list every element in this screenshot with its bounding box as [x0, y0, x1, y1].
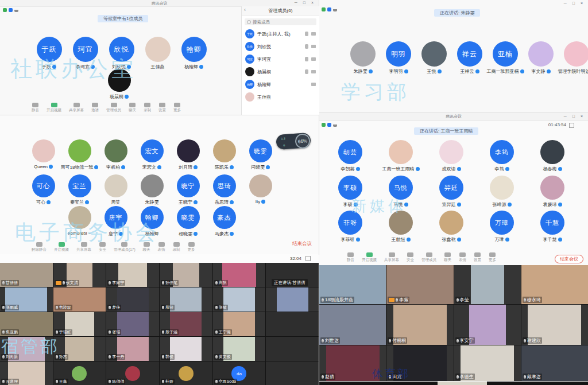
participant-name: 可心	[36, 199, 45, 205]
member-camera-icon[interactable]	[311, 57, 316, 61]
toolbar-button[interactable]: 共享屏幕	[69, 103, 84, 113]
member-row[interactable]: 翰卿 杨翰卿	[242, 78, 319, 91]
fullscreen-icon[interactable]	[569, 123, 574, 128]
participant-name: 王航恒	[392, 236, 405, 243]
toolbar-icon	[121, 242, 127, 247]
toolbar-button[interactable]: 静音	[32, 103, 39, 113]
member-row[interactable]: 于跃 于跃(主持人, 我)	[242, 28, 319, 40]
member-row[interactable]: 珂宜 李珂宜	[242, 53, 319, 65]
member-row[interactable]: 王佳燕	[242, 91, 319, 103]
status-icons	[322, 123, 337, 127]
video-tile: 孙杰	[53, 337, 106, 361]
toolbar-button[interactable]: 静音	[347, 252, 354, 263]
toolbar-button[interactable]: 管理成员(17)	[114, 242, 136, 252]
tray-icon[interactable]	[273, 248, 278, 253]
participant: 宏文 宋宏文	[134, 139, 170, 170]
video-tile	[266, 361, 319, 385]
tray-icon[interactable]	[299, 248, 303, 253]
shield-icon	[327, 123, 331, 127]
toolbar-button[interactable]: 聊天	[444, 252, 451, 263]
mic-icon	[524, 339, 526, 343]
toolbar-button[interactable]: 解除静音	[32, 242, 47, 252]
partial-video-tile	[438, 382, 487, 385]
member-mic-icon[interactable]	[305, 44, 308, 49]
window-controls[interactable]: ─ □ ×	[564, 1, 585, 5]
tray-icon[interactable]	[305, 248, 310, 253]
ecommerce-toolbar: 解除静音 开启视频 共享屏幕 安全 管理成员(17) 聊天	[32, 242, 195, 252]
toolbar-button[interactable]: 开启视频	[47, 103, 61, 113]
tray-icon[interactable]	[254, 248, 259, 253]
end-meeting-button[interactable]: 结束会议	[292, 240, 312, 247]
participant-name: 张峰源	[493, 201, 506, 208]
member-camera-icon[interactable]	[311, 70, 316, 73]
video-tile: 张鹏威	[0, 287, 53, 312]
toolbar-button[interactable]: 更多	[173, 103, 181, 113]
toolbar-icon	[81, 242, 87, 247]
participant: 宝兰 秦宝兰	[61, 174, 98, 205]
back-arrow-icon[interactable]: ‹	[244, 7, 246, 13]
toolbar-button[interactable]: 安全	[99, 242, 106, 252]
search-input[interactable]	[253, 20, 314, 25]
toolbar-button[interactable]: 聊天	[129, 103, 136, 113]
toolbar-button[interactable]: 录制	[173, 242, 180, 252]
member-row[interactable]: 杨晨桐	[242, 65, 319, 78]
tile-name: 李紫	[399, 297, 408, 303]
member-mic-icon[interactable]	[305, 57, 308, 61]
avatar	[249, 174, 272, 197]
participant-name: 马豪杰	[215, 231, 229, 237]
toolbar-button[interactable]: 邀请	[91, 103, 99, 113]
mic-icon	[56, 330, 58, 334]
toolbar-icon	[129, 103, 136, 107]
tray-icon[interactable]	[286, 248, 291, 253]
tile-name: 高拓	[219, 280, 227, 286]
member-mic-icon[interactable]	[305, 32, 308, 36]
mic-badge-icon	[558, 238, 562, 242]
toolbar-button[interactable]: 共享屏幕	[76, 242, 91, 252]
toolbar-button[interactable]: 设置	[474, 252, 481, 263]
tray-icon[interactable]	[280, 248, 284, 253]
end-meeting-button[interactable]: 结束会议	[555, 255, 583, 263]
window-controls[interactable]: ─ □ ×	[295, 1, 316, 5]
toolbar-button[interactable]: 表情	[459, 252, 466, 263]
toolbar-button[interactable]: 开启视频	[54, 242, 69, 252]
toolbar-button[interactable]: 表情	[158, 242, 165, 252]
tile-name: 张瑞	[112, 329, 120, 335]
window-controls[interactable]: ─ □ ×	[564, 114, 585, 118]
participant: 朝芸 李朝芸	[325, 140, 376, 172]
mic-icon	[389, 339, 391, 343]
tray-icon[interactable]	[292, 248, 297, 253]
participant-name: 陈凯乐	[215, 164, 229, 170]
member-camera-icon[interactable]	[311, 83, 316, 86]
toolbar-button[interactable]: 设置	[158, 103, 166, 113]
participant-name: 李文静	[532, 68, 546, 75]
tray-icon[interactable]	[261, 248, 265, 253]
toolbar-button[interactable]: 开启视频	[362, 252, 377, 263]
member-camera-icon[interactable]	[311, 45, 316, 48]
toolbar-button[interactable]: 管理成员	[421, 252, 436, 263]
member-camera-icon[interactable]	[311, 32, 316, 36]
layout-icon[interactable]	[305, 256, 311, 261]
mic-badge-icon	[438, 69, 442, 73]
participant-name: 李朝芸	[341, 166, 355, 172]
toolbar-button[interactable]: 更多	[188, 242, 195, 252]
tray-icon[interactable]	[267, 248, 272, 253]
toolbar-button[interactable]: 录制	[144, 103, 151, 113]
member-search[interactable]	[245, 18, 316, 25]
mic-badge-icon	[266, 165, 270, 169]
member-mic-icon[interactable]	[305, 69, 308, 74]
member-row[interactable]: 欣悦 刘欣悦	[242, 40, 319, 53]
member-avatar: 于跃	[245, 29, 254, 38]
dorm-video-grid: 甘倩倩 侯文清 李家宁	[0, 263, 319, 385]
toolbar-icon	[159, 103, 165, 107]
avatar: 祥云	[457, 41, 482, 67]
toolbar-button[interactable]: 共享屏幕	[384, 252, 399, 263]
meeting-timer: 01:43:54	[548, 122, 566, 127]
toolbar-button[interactable]: 更多	[489, 252, 496, 263]
toolbar-button[interactable]: 安全	[407, 252, 414, 263]
toolbar-button[interactable]: 聊天	[143, 242, 150, 252]
mic-badge-icon	[547, 69, 551, 73]
toolbar-button[interactable]: 管理成员	[106, 103, 121, 113]
tile-name: 李莹	[460, 297, 469, 303]
mic-badge-icon	[558, 203, 562, 207]
info-icon	[322, 123, 326, 127]
